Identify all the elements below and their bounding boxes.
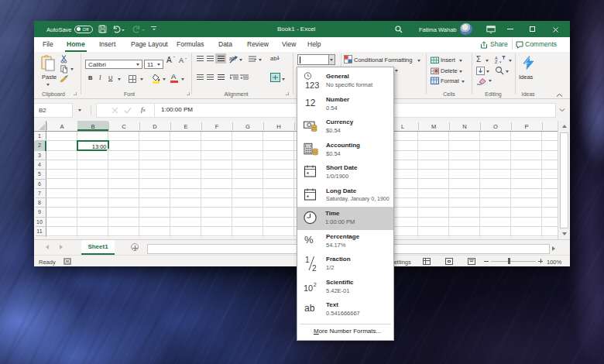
svg-text:Z: Z xyxy=(495,60,498,64)
svg-text:2: 2 xyxy=(312,264,317,273)
svg-text:2: 2 xyxy=(314,281,317,288)
svg-text:10: 10 xyxy=(304,283,313,293)
svg-text:123: 123 xyxy=(305,81,319,90)
svg-text:1: 1 xyxy=(305,256,310,264)
svg-text:ab: ab xyxy=(229,56,235,61)
svg-text:ab: ab xyxy=(270,55,276,62)
